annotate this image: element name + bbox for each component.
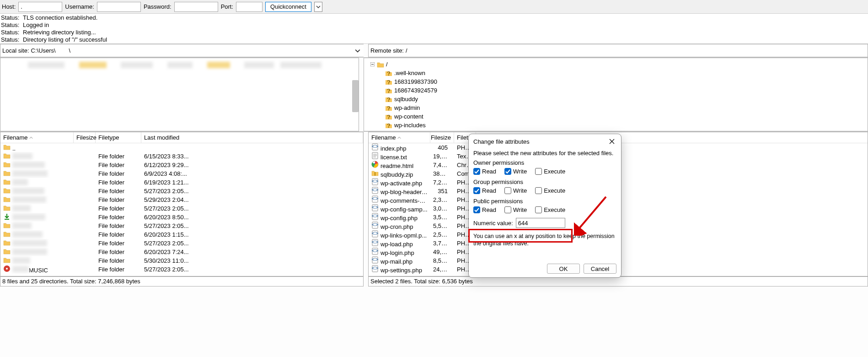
code-icon xyxy=(371,195,379,203)
list-item[interactable]: File folder5/27/2023 2:05... xyxy=(0,222,363,230)
tree-item[interactable]: wp-admin xyxy=(368,103,866,112)
code-icon xyxy=(371,204,379,211)
folder-icon xyxy=(3,239,11,246)
folder-icon xyxy=(3,169,11,177)
col-filename-r[interactable]: Filename xyxy=(369,132,430,143)
dialog-close-button[interactable] xyxy=(607,137,616,146)
col-filesize[interactable]: Filesize xyxy=(74,132,96,143)
list-item[interactable]: File folder6/9/2023 4:08:... xyxy=(0,169,363,178)
ok-button[interactable]: OK xyxy=(547,264,580,274)
local-site-input[interactable] xyxy=(31,46,354,56)
password-input[interactable] xyxy=(174,2,218,12)
host-input[interactable] xyxy=(18,2,62,12)
folder-icon xyxy=(385,78,392,86)
code-icon xyxy=(371,187,379,194)
list-item[interactable]: File folder5/30/2023 11:0... xyxy=(0,256,363,265)
username-label: Username: xyxy=(65,3,94,10)
quickconnect-dropdown[interactable] xyxy=(314,2,322,12)
owner-execute-checkbox[interactable]: Execute xyxy=(535,168,565,175)
folder-icon xyxy=(385,87,392,94)
public-write-checkbox[interactable]: Write xyxy=(504,206,527,213)
list-item[interactable]: File folder6/20/2023 7:24... xyxy=(0,248,363,256)
public-execute-checkbox[interactable]: Execute xyxy=(535,206,565,213)
col-lastmod[interactable]: Last modified xyxy=(141,132,363,143)
group-execute-checkbox[interactable]: Execute xyxy=(535,187,565,194)
local-list-pane: Filename Filesize Filetype Last modified… xyxy=(0,132,364,276)
code-icon xyxy=(371,239,379,246)
col-filetype[interactable]: Filetype xyxy=(96,132,141,143)
local-site-label: Local site: xyxy=(2,47,31,54)
dialog-instruction: Please select the new attributes for the… xyxy=(473,150,616,157)
list-item[interactable]: File folder6/19/2023 1:21... xyxy=(0,178,363,187)
owner-write-checkbox[interactable]: Write xyxy=(504,168,527,175)
local-tree-pane[interactable] xyxy=(0,58,359,131)
zip-icon xyxy=(371,169,379,177)
quickconnect-button[interactable]: Quickconnect xyxy=(265,2,311,12)
folder-icon xyxy=(385,104,392,112)
local-site-bar: Local site: xyxy=(0,44,364,57)
local-site-dropdown[interactable] xyxy=(354,48,362,54)
local-tree-scrollbar[interactable] xyxy=(352,80,359,112)
cancel-button[interactable]: Cancel xyxy=(584,264,616,274)
list-item[interactable]: File folder5/29/2023 2:04... xyxy=(0,195,363,204)
folder-icon xyxy=(3,178,11,185)
tree-item[interactable]: 1686743924579 xyxy=(368,86,866,95)
local-list-body[interactable]: ..File folder6/15/2023 8:33...File folde… xyxy=(0,143,363,276)
code-icon xyxy=(371,230,379,238)
list-item[interactable]: File folder6/20/2023 1:15... xyxy=(0,230,363,239)
numeric-value-input[interactable] xyxy=(516,218,565,228)
code-icon xyxy=(371,178,379,185)
tree-item-label: sqlbuddy xyxy=(394,96,418,103)
status-line: Status:Logged in xyxy=(1,22,867,29)
folder-icon xyxy=(3,256,11,264)
list-item[interactable]: File folder6/15/2023 8:33... xyxy=(0,152,363,161)
port-input[interactable] xyxy=(236,2,263,12)
list-item[interactable]: File folder6/12/2023 9:29... xyxy=(0,161,363,169)
folder-icon xyxy=(385,122,392,129)
collapse-icon[interactable] xyxy=(370,62,375,67)
col-filesize-r[interactable]: Filesize xyxy=(430,132,454,143)
list-item[interactable]: File folder6/20/2023 8:50... xyxy=(0,213,363,222)
tree-item[interactable]: wp-includes xyxy=(368,121,866,130)
list-item[interactable]: MUSICFile folder5/27/2023 2:05... xyxy=(0,265,363,274)
status-line: Status:Retrieving directory listing... xyxy=(1,29,867,36)
folder-icon xyxy=(385,70,392,77)
host-label: Host: xyxy=(2,3,16,10)
code-icon xyxy=(371,265,379,272)
tree-item[interactable]: wp-content xyxy=(368,112,866,121)
tree-item[interactable]: 1683199837390 xyxy=(368,77,866,86)
tree-item[interactable]: / xyxy=(368,60,866,69)
chrome-icon xyxy=(371,161,379,168)
tree-item[interactable]: sqlbuddy xyxy=(368,95,866,103)
owner-read-checkbox[interactable]: Read xyxy=(473,168,496,175)
remote-tree-pane[interactable]: /.well-known16831998373901686743924579sq… xyxy=(364,58,868,131)
status-line: Status:Directory listing of "/" successf… xyxy=(1,36,867,43)
group-write-checkbox[interactable]: Write xyxy=(504,187,527,194)
text-icon xyxy=(371,152,379,159)
code-icon xyxy=(371,222,379,229)
list-item[interactable]: File folder5/27/2023 2:05... xyxy=(0,239,363,248)
group-perm-label: Group permissions xyxy=(473,178,616,185)
group-read-checkbox[interactable]: Read xyxy=(473,187,496,194)
status-log: Status:TLS connection established.Status… xyxy=(0,14,868,44)
dialog-title: Change file attributes xyxy=(473,138,530,145)
tree-item[interactable]: .well-known xyxy=(368,69,866,77)
remote-footer: Selected 2 files. Total size: 6,536 byte… xyxy=(368,276,868,287)
folder-icon xyxy=(3,222,11,229)
folder-icon xyxy=(3,187,11,194)
folder-icon xyxy=(3,204,11,211)
remote-site-input[interactable] xyxy=(406,46,866,56)
list-item[interactable]: File folder5/27/2023 2:05... xyxy=(0,204,363,213)
list-item[interactable]: .. xyxy=(0,143,363,152)
folder-icon xyxy=(385,113,392,120)
sort-asc-icon xyxy=(397,134,401,141)
code-icon xyxy=(371,213,379,220)
remote-site-label: Remote site: xyxy=(370,47,406,54)
username-input[interactable] xyxy=(97,2,141,12)
code-icon xyxy=(371,256,379,264)
list-item[interactable]: File folder5/27/2023 2:05... xyxy=(0,187,363,195)
public-read-checkbox[interactable]: Read xyxy=(473,206,496,213)
folder-icon xyxy=(3,248,11,255)
col-filename[interactable]: Filename xyxy=(0,132,74,143)
local-list-header: Filename Filesize Filetype Last modified xyxy=(0,132,363,143)
